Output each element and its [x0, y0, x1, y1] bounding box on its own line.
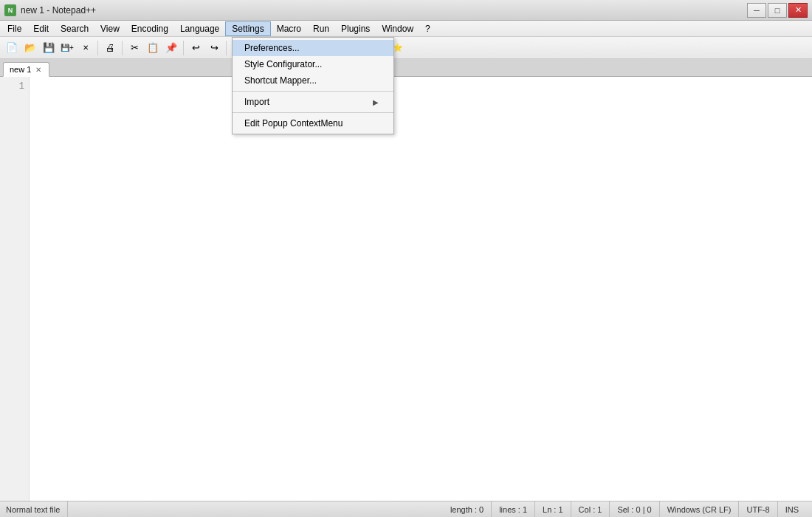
title-left: N new 1 - Notepad++	[4, 4, 96, 16]
toolbar-cut[interactable]: ✂	[125, 39, 143, 57]
menu-separator	[233, 91, 393, 92]
menu-run[interactable]: Run	[307, 21, 335, 36]
menu-preferences[interactable]: Preferences...	[233, 40, 393, 56]
tab-close-button[interactable]: ✕	[34, 65, 43, 74]
line-numbers: 1	[0, 77, 30, 501]
tab-new1[interactable]: new 1 ✕	[3, 62, 49, 77]
toolbar-separator-3	[183, 41, 184, 55]
menu-window[interactable]: Window	[376, 21, 419, 36]
toolbar: 📄 📂 💾 💾+ ✕ 🖨 ✂ 📋 📌 ↩ ↪ 🔍 ⇄ + − ⏺ ⏹ ▶ ⏭ ⭐	[0, 37, 812, 59]
tab-label: new 1	[10, 65, 31, 74]
app-icon: N	[4, 4, 16, 16]
settings-dropdown-menu: Preferences... Style Configurator... Sho…	[232, 37, 394, 134]
menu-edit[interactable]: Edit	[27, 21, 55, 36]
toolbar-paste[interactable]: 📌	[162, 39, 180, 57]
toolbar-save-all[interactable]: 💾+	[58, 39, 76, 57]
menu-language[interactable]: Language	[174, 21, 225, 36]
status-encoding: UTF-8	[739, 501, 777, 517]
status-sel: Sel : 0 | 0	[610, 501, 659, 517]
title-bar: N new 1 - Notepad++ ─ □ ✕	[0, 0, 812, 21]
editor-content[interactable]	[30, 77, 812, 501]
menu-import[interactable]: Import ▶	[233, 94, 393, 110]
menu-help[interactable]: ?	[419, 21, 436, 36]
status-bar: Normal text file length : 0 lines : 1 Ln…	[0, 501, 812, 517]
menu-shortcut-mapper[interactable]: Shortcut Mapper...	[233, 72, 393, 89]
menu-style-configurator[interactable]: Style Configurator...	[233, 56, 393, 72]
toolbar-new[interactable]: 📄	[3, 39, 21, 57]
title-text: new 1 - Notepad++	[21, 5, 96, 16]
toolbar-separator-2	[122, 41, 123, 55]
menu-separator-2	[233, 112, 393, 113]
tab-bar: new 1 ✕	[0, 59, 812, 77]
toolbar-save[interactable]: 💾	[40, 39, 58, 57]
status-lines: lines : 1	[492, 501, 535, 517]
toolbar-undo[interactable]: ↩	[187, 39, 204, 57]
toolbar-separator-1	[97, 41, 98, 55]
menu-search[interactable]: Search	[55, 21, 94, 36]
line-number: 1	[4, 80, 24, 93]
status-length: length : 0	[443, 501, 492, 517]
minimize-button[interactable]: ─	[747, 3, 766, 18]
toolbar-redo[interactable]: ↪	[205, 39, 223, 57]
menu-bar: File Edit Search View Encoding Language …	[0, 21, 812, 37]
status-col: Col : 1	[571, 501, 610, 517]
menu-settings[interactable]: Settings	[225, 21, 270, 36]
toolbar-print[interactable]: 🖨	[101, 39, 119, 57]
window-close-button[interactable]: ✕	[788, 3, 808, 18]
editor-container: 1	[0, 77, 812, 501]
submenu-arrow-icon: ▶	[373, 98, 379, 106]
menu-macro[interactable]: Macro	[271, 21, 307, 36]
menu-encoding[interactable]: Encoding	[125, 21, 174, 36]
maximize-button[interactable]: □	[768, 3, 787, 18]
toolbar-open[interactable]: 📂	[21, 39, 39, 57]
toolbar-close[interactable]: ✕	[77, 39, 94, 57]
status-ln: Ln : 1	[535, 501, 571, 517]
menu-edit-popup[interactable]: Edit Popup ContextMenu	[233, 115, 393, 131]
status-file-type: Normal text file	[6, 501, 68, 517]
menu-view[interactable]: View	[94, 21, 125, 36]
menu-plugins[interactable]: Plugins	[335, 21, 376, 36]
status-ins: INS	[778, 501, 806, 517]
toolbar-copy[interactable]: 📋	[144, 39, 162, 57]
toolbar-separator-4	[226, 41, 227, 55]
menu-file[interactable]: File	[1, 21, 27, 36]
status-line-ending: Windows (CR LF)	[660, 501, 740, 517]
title-controls: ─ □ ✕	[747, 3, 808, 18]
